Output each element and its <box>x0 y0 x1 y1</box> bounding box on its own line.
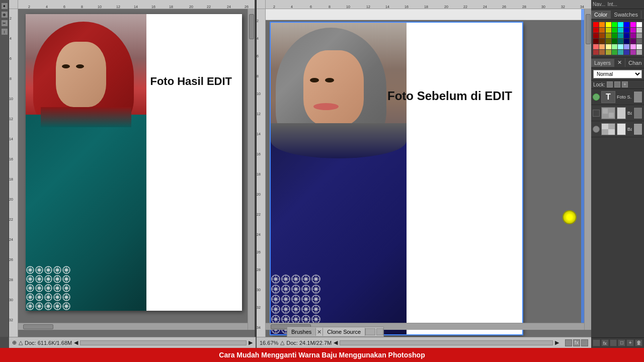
right-scrollbar-v[interactable] <box>584 9 591 330</box>
color-swatch[interactable] <box>599 28 605 33</box>
color-swatch[interactable] <box>624 50 629 55</box>
color-swatch[interactable] <box>630 33 636 38</box>
color-swatch[interactable] <box>593 50 599 55</box>
color-swatch[interactable] <box>593 22 599 27</box>
color-swatch[interactable] <box>606 22 611 27</box>
color-swatch[interactable] <box>636 22 642 27</box>
color-swatch[interactable] <box>630 50 636 55</box>
brushes-tab[interactable]: Brushes <box>287 328 316 336</box>
color-swatch[interactable] <box>618 50 623 55</box>
right-scroll-thumb-v[interactable] <box>586 14 591 44</box>
color-swatch[interactable] <box>593 33 599 38</box>
color-swatch[interactable] <box>618 44 623 49</box>
tool-button[interactable]: ↕ <box>1 28 8 35</box>
left-scrollbar[interactable] <box>80 340 247 345</box>
color-swatch[interactable] <box>593 39 599 44</box>
tool-button[interactable]: ✂ <box>1 20 8 27</box>
panel-icon-fx[interactable]: fx <box>573 339 580 346</box>
scroll-thumb-v[interactable] <box>249 14 254 39</box>
left-ruler-left: 2 4 6 8 10 12 14 16 18 20 22 24 26 28 30… <box>9 9 18 337</box>
color-swatch[interactable] <box>599 22 605 27</box>
color-swatch[interactable] <box>599 39 605 44</box>
right-scroll-right[interactable]: ▶ <box>555 339 559 346</box>
color-swatch[interactable] <box>612 50 617 55</box>
color-swatch[interactable] <box>636 50 642 55</box>
panel-close-btn[interactable] <box>376 328 383 335</box>
tab-layers[interactable]: Layers <box>591 59 614 67</box>
color-swatch[interactable] <box>630 22 636 27</box>
delete-layer-btn[interactable]: 🗑 <box>635 339 642 346</box>
tool-button[interactable]: ✦ <box>1 3 8 10</box>
layer-item-img1[interactable]: Backgr... <box>591 105 644 121</box>
color-swatch[interactable] <box>606 28 611 33</box>
color-swatch[interactable] <box>593 44 599 49</box>
blend-mode-select[interactable]: Normal <box>593 70 642 78</box>
right-doc-container: Foto Sebelum di EDIT <box>271 23 578 337</box>
color-swatch[interactable] <box>606 39 611 44</box>
color-swatch[interactable] <box>606 33 611 38</box>
scroll-thumb-h[interactable] <box>23 324 53 329</box>
color-swatch[interactable] <box>606 50 611 55</box>
color-swatch[interactable] <box>618 33 623 38</box>
link-layers-btn[interactable] <box>593 339 600 346</box>
color-swatch[interactable] <box>636 33 642 38</box>
tab-chan[interactable]: ✕ <box>614 58 625 67</box>
color-swatch[interactable] <box>630 28 636 33</box>
color-swatch[interactable] <box>624 33 629 38</box>
color-swatch[interactable] <box>618 22 623 27</box>
new-layer-btn[interactable]: + <box>626 339 634 346</box>
color-swatch[interactable] <box>630 44 636 49</box>
lock-row: Lock: + <box>591 80 644 89</box>
layer-visibility-text[interactable] <box>593 94 600 101</box>
color-swatch[interactable] <box>624 22 629 27</box>
color-swatch[interactable] <box>636 28 642 33</box>
lock-move[interactable] <box>614 81 620 87</box>
ruler-corner <box>9 0 18 9</box>
color-swatch[interactable] <box>624 28 629 33</box>
panel-icon-3[interactable] <box>581 339 588 346</box>
add-mask-btn[interactable] <box>610 339 617 346</box>
lock-all[interactable]: + <box>622 81 628 87</box>
new-group-btn[interactable]: □ <box>618 339 625 346</box>
color-swatch[interactable] <box>624 44 629 49</box>
tab-channels[interactable]: Chan <box>625 59 644 67</box>
svg-rect-15 <box>603 109 608 114</box>
tab-swatches[interactable]: Swatches <box>611 11 641 19</box>
layer-item-bg[interactable]: Backgr... <box>591 121 644 137</box>
left-scroll-right[interactable]: ▶ <box>249 339 253 346</box>
flower-pattern-left <box>26 265 71 311</box>
color-swatch[interactable] <box>636 44 642 49</box>
tool-button[interactable]: ⊕ <box>1 11 8 18</box>
right-scrollbar[interactable] <box>340 340 553 345</box>
left-scroll-left[interactable]: ◀ <box>74 339 78 346</box>
layer-visibility-bg[interactable] <box>593 126 600 133</box>
color-swatch[interactable] <box>618 39 623 44</box>
color-swatch[interactable] <box>599 33 605 38</box>
color-swatch[interactable] <box>606 44 611 49</box>
left-scrollbar-v[interactable] <box>248 9 255 330</box>
color-swatch[interactable] <box>630 39 636 44</box>
layer-item-text[interactable]: T Foto S... <box>591 89 644 105</box>
left-zoom-icon[interactable]: ⊕ <box>12 339 17 346</box>
clone-source-tab[interactable]: Clone Source <box>323 328 365 336</box>
color-swatch[interactable] <box>612 33 617 38</box>
color-swatch[interactable] <box>636 39 642 44</box>
color-swatch[interactable] <box>618 28 623 33</box>
color-swatch[interactable] <box>599 44 605 49</box>
left-scrollbar-h[interactable] <box>18 323 255 330</box>
layer-visibility-img1[interactable] <box>593 110 600 117</box>
panel-icon-1[interactable] <box>565 339 572 346</box>
color-swatch[interactable] <box>599 50 605 55</box>
color-swatch[interactable] <box>612 44 617 49</box>
tab-color[interactable]: Color <box>591 11 611 19</box>
add-style-btn[interactable]: fx <box>601 339 609 346</box>
color-swatch[interactable] <box>612 28 617 33</box>
panel-collapse[interactable] <box>365 328 375 335</box>
right-scroll-left[interactable]: ◀ <box>334 339 338 346</box>
color-swatch[interactable] <box>593 28 599 33</box>
color-swatch[interactable] <box>624 39 629 44</box>
color-swatch[interactable] <box>612 22 617 27</box>
color-swatch[interactable] <box>612 39 617 44</box>
lock-pixel[interactable] <box>607 81 613 87</box>
brushes-close[interactable]: ✕ <box>316 328 323 336</box>
